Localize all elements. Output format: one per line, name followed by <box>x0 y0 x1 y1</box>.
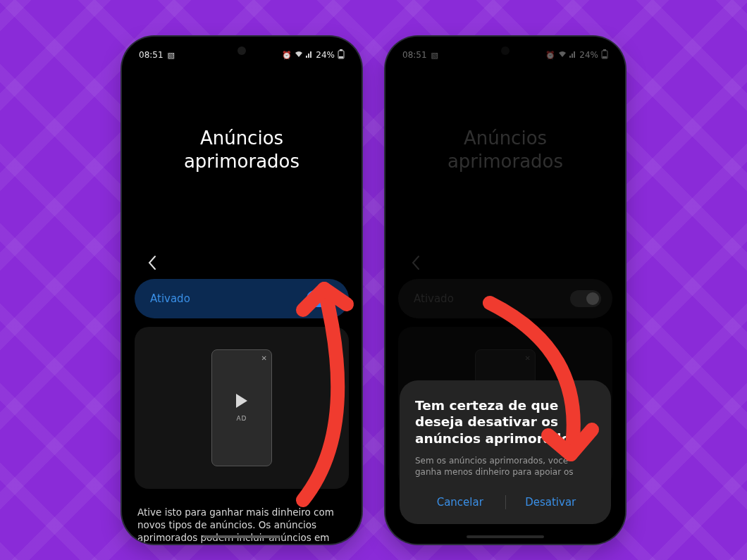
phone-left: 08:51 ▧ ⏰ 24% Anúnciosaprimorados <box>122 37 362 544</box>
enhanced-ads-toggle-row[interactable]: Ativado <box>135 279 349 318</box>
close-icon: ✕ <box>261 354 267 362</box>
toggle-switch[interactable] <box>307 290 338 307</box>
phone-right: 08:51 ▧ ⏰ 24% Anúnciosaprimorados <box>385 37 625 544</box>
screen-content: Anúnciosaprimorados Ativado ✕ AD Ative i… <box>122 37 362 544</box>
wifi-icon <box>295 51 303 60</box>
disable-button[interactable]: Desativar <box>506 492 596 513</box>
preview-card: ✕ AD <box>135 327 349 489</box>
screenshot-icon: ▧ <box>168 51 175 60</box>
gesture-bar <box>203 535 280 538</box>
signal-icon <box>306 51 313 60</box>
cancel-button[interactable]: Cancelar <box>415 492 505 513</box>
svg-rect-1 <box>340 49 342 51</box>
battery-text: 24% <box>316 50 335 60</box>
dialog-title: Tem certeza de que deseja desativar os a… <box>415 397 595 446</box>
battery-icon <box>338 49 345 61</box>
play-icon <box>236 394 247 408</box>
back-button[interactable] <box>147 255 157 273</box>
ad-label: AD <box>236 415 247 422</box>
ad-preview-tile: ✕ AD <box>211 349 272 466</box>
camera-notch <box>237 46 246 55</box>
status-time: 08:51 <box>139 50 163 60</box>
toggle-label: Ativado <box>150 292 190 305</box>
dialog-button-row: Cancelar Desativar <box>415 492 595 513</box>
page-title: Anúnciosaprimorados <box>139 127 345 173</box>
alarm-icon: ⏰ <box>282 51 292 60</box>
confirm-disable-dialog: Tem certeza de que deseja desativar os a… <box>400 380 611 524</box>
svg-rect-2 <box>339 56 343 58</box>
dialog-body: Sem os anúncios aprimorados, você ganha … <box>415 455 595 478</box>
